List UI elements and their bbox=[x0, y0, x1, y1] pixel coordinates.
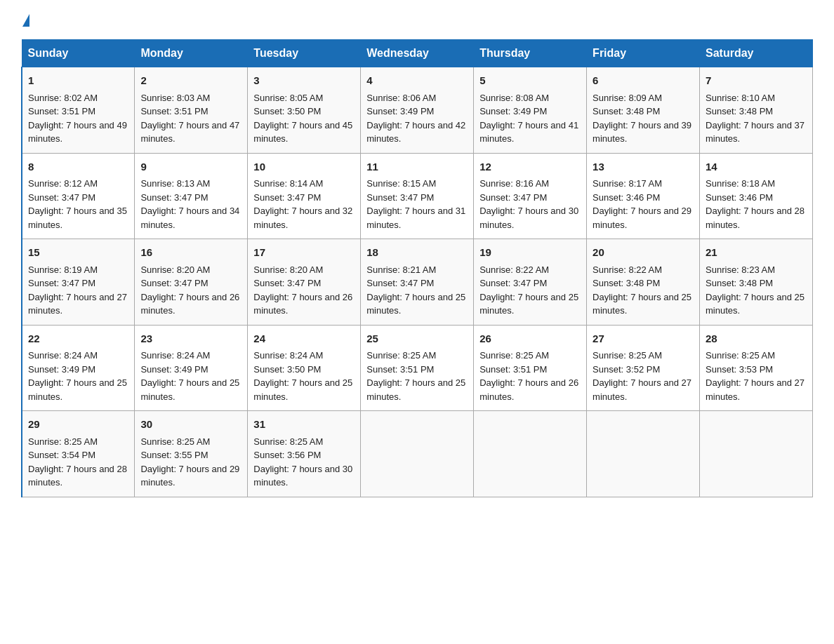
day-info: Sunrise: 8:25 AMSunset: 3:53 PMDaylight:… bbox=[706, 349, 807, 403]
day-cell-1: 1Sunrise: 8:02 AMSunset: 3:51 PMDaylight… bbox=[22, 67, 135, 154]
day-cell-29: 29Sunrise: 8:25 AMSunset: 3:54 PMDayligh… bbox=[22, 411, 135, 497]
day-cell-14: 14Sunrise: 8:18 AMSunset: 3:46 PMDayligh… bbox=[700, 153, 813, 239]
day-info: Sunrise: 8:03 AMSunset: 3:51 PMDaylight:… bbox=[140, 91, 241, 146]
day-number: 13 bbox=[593, 159, 694, 175]
day-info: Sunrise: 8:18 AMSunset: 3:46 PMDaylight:… bbox=[706, 177, 807, 232]
day-number: 20 bbox=[593, 245, 694, 261]
day-number: 4 bbox=[366, 73, 468, 89]
calendar-table: SundayMondayTuesdayWednesdayThursdayFrid… bbox=[21, 39, 813, 497]
day-number: 15 bbox=[28, 245, 128, 261]
day-number: 7 bbox=[706, 73, 807, 89]
day-info: Sunrise: 8:09 AMSunset: 3:48 PMDaylight:… bbox=[593, 91, 694, 146]
header-thursday: Thursday bbox=[474, 40, 587, 67]
day-info: Sunrise: 8:25 AMSunset: 3:56 PMDaylight:… bbox=[253, 435, 355, 490]
day-number: 28 bbox=[706, 331, 807, 347]
day-info: Sunrise: 8:19 AMSunset: 3:47 PMDaylight:… bbox=[28, 263, 128, 318]
day-number: 29 bbox=[28, 417, 128, 433]
header-tuesday: Tuesday bbox=[248, 40, 361, 67]
day-number: 19 bbox=[479, 245, 581, 261]
logo-triangle-icon bbox=[22, 14, 29, 27]
day-number: 22 bbox=[28, 331, 128, 347]
day-cell-11: 11Sunrise: 8:15 AMSunset: 3:47 PMDayligh… bbox=[361, 153, 474, 239]
day-number: 5 bbox=[479, 73, 581, 89]
day-number: 2 bbox=[140, 73, 241, 89]
day-number: 24 bbox=[253, 331, 355, 347]
day-number: 30 bbox=[140, 417, 241, 433]
day-cell-21: 21Sunrise: 8:23 AMSunset: 3:48 PMDayligh… bbox=[700, 239, 813, 326]
day-info: Sunrise: 8:25 AMSunset: 3:55 PMDaylight:… bbox=[140, 435, 241, 490]
header-sunday: Sunday bbox=[22, 40, 135, 67]
week-row-2: 8Sunrise: 8:12 AMSunset: 3:47 PMDaylight… bbox=[22, 153, 813, 239]
day-cell-8: 8Sunrise: 8:12 AMSunset: 3:47 PMDaylight… bbox=[22, 153, 135, 239]
day-cell-15: 15Sunrise: 8:19 AMSunset: 3:47 PMDayligh… bbox=[22, 239, 135, 326]
day-number: 26 bbox=[479, 331, 581, 347]
day-cell-26: 26Sunrise: 8:25 AMSunset: 3:51 PMDayligh… bbox=[474, 325, 587, 411]
day-number: 23 bbox=[140, 331, 241, 347]
day-cell-27: 27Sunrise: 8:25 AMSunset: 3:52 PMDayligh… bbox=[587, 325, 700, 411]
day-info: Sunrise: 8:08 AMSunset: 3:49 PMDaylight:… bbox=[479, 91, 581, 146]
day-number: 31 bbox=[253, 417, 355, 433]
day-cell-13: 13Sunrise: 8:17 AMSunset: 3:46 PMDayligh… bbox=[587, 153, 700, 239]
day-info: Sunrise: 8:15 AMSunset: 3:47 PMDaylight:… bbox=[366, 177, 468, 232]
empty-cell bbox=[700, 411, 813, 497]
header-saturday: Saturday bbox=[700, 40, 813, 67]
day-cell-4: 4Sunrise: 8:06 AMSunset: 3:49 PMDaylight… bbox=[361, 67, 474, 154]
week-row-3: 15Sunrise: 8:19 AMSunset: 3:47 PMDayligh… bbox=[22, 239, 813, 326]
day-number: 16 bbox=[140, 245, 241, 261]
day-number: 17 bbox=[253, 245, 355, 261]
day-cell-3: 3Sunrise: 8:05 AMSunset: 3:50 PMDaylight… bbox=[248, 67, 361, 154]
day-number: 12 bbox=[479, 159, 581, 175]
week-row-4: 22Sunrise: 8:24 AMSunset: 3:49 PMDayligh… bbox=[22, 325, 813, 411]
day-cell-31: 31Sunrise: 8:25 AMSunset: 3:56 PMDayligh… bbox=[248, 411, 361, 497]
week-row-5: 29Sunrise: 8:25 AMSunset: 3:54 PMDayligh… bbox=[22, 411, 813, 497]
day-cell-25: 25Sunrise: 8:25 AMSunset: 3:51 PMDayligh… bbox=[361, 325, 474, 411]
day-info: Sunrise: 8:17 AMSunset: 3:46 PMDaylight:… bbox=[593, 177, 694, 232]
day-cell-16: 16Sunrise: 8:20 AMSunset: 3:47 PMDayligh… bbox=[135, 239, 248, 326]
header-friday: Friday bbox=[587, 40, 700, 67]
page-header bbox=[21, 14, 813, 27]
day-info: Sunrise: 8:20 AMSunset: 3:47 PMDaylight:… bbox=[253, 263, 355, 318]
empty-cell bbox=[587, 411, 700, 497]
day-info: Sunrise: 8:24 AMSunset: 3:50 PMDaylight:… bbox=[253, 349, 355, 403]
day-info: Sunrise: 8:25 AMSunset: 3:51 PMDaylight:… bbox=[479, 349, 581, 403]
day-number: 8 bbox=[28, 159, 128, 175]
day-cell-7: 7Sunrise: 8:10 AMSunset: 3:48 PMDaylight… bbox=[700, 67, 813, 154]
day-number: 25 bbox=[366, 331, 468, 347]
day-number: 14 bbox=[706, 159, 807, 175]
day-info: Sunrise: 8:14 AMSunset: 3:47 PMDaylight:… bbox=[253, 177, 355, 232]
day-info: Sunrise: 8:25 AMSunset: 3:51 PMDaylight:… bbox=[366, 349, 468, 403]
day-info: Sunrise: 8:22 AMSunset: 3:47 PMDaylight:… bbox=[479, 263, 581, 318]
day-info: Sunrise: 8:02 AMSunset: 3:51 PMDaylight:… bbox=[28, 91, 128, 146]
logo-text bbox=[21, 14, 29, 28]
day-info: Sunrise: 8:23 AMSunset: 3:48 PMDaylight:… bbox=[706, 263, 807, 318]
day-info: Sunrise: 8:25 AMSunset: 3:52 PMDaylight:… bbox=[593, 349, 694, 403]
day-number: 21 bbox=[706, 245, 807, 261]
day-cell-6: 6Sunrise: 8:09 AMSunset: 3:48 PMDaylight… bbox=[587, 67, 700, 154]
day-cell-5: 5Sunrise: 8:08 AMSunset: 3:49 PMDaylight… bbox=[474, 67, 587, 154]
day-info: Sunrise: 8:25 AMSunset: 3:54 PMDaylight:… bbox=[28, 435, 128, 490]
day-info: Sunrise: 8:06 AMSunset: 3:49 PMDaylight:… bbox=[366, 91, 468, 146]
day-cell-30: 30Sunrise: 8:25 AMSunset: 3:55 PMDayligh… bbox=[135, 411, 248, 497]
header-monday: Monday bbox=[135, 40, 248, 67]
week-row-1: 1Sunrise: 8:02 AMSunset: 3:51 PMDaylight… bbox=[22, 67, 813, 154]
day-info: Sunrise: 8:22 AMSunset: 3:48 PMDaylight:… bbox=[593, 263, 694, 318]
day-cell-20: 20Sunrise: 8:22 AMSunset: 3:48 PMDayligh… bbox=[587, 239, 700, 326]
header-wednesday: Wednesday bbox=[361, 40, 474, 67]
day-number: 27 bbox=[593, 331, 694, 347]
day-cell-28: 28Sunrise: 8:25 AMSunset: 3:53 PMDayligh… bbox=[700, 325, 813, 411]
day-number: 9 bbox=[140, 159, 241, 175]
day-info: Sunrise: 8:13 AMSunset: 3:47 PMDaylight:… bbox=[140, 177, 241, 232]
day-number: 3 bbox=[253, 73, 355, 89]
day-cell-22: 22Sunrise: 8:24 AMSunset: 3:49 PMDayligh… bbox=[22, 325, 135, 411]
day-cell-9: 9Sunrise: 8:13 AMSunset: 3:47 PMDaylight… bbox=[135, 153, 248, 239]
day-number: 1 bbox=[28, 73, 128, 89]
empty-cell bbox=[361, 411, 474, 497]
day-cell-12: 12Sunrise: 8:16 AMSunset: 3:47 PMDayligh… bbox=[474, 153, 587, 239]
day-number: 18 bbox=[366, 245, 468, 261]
day-info: Sunrise: 8:12 AMSunset: 3:47 PMDaylight:… bbox=[28, 177, 128, 232]
day-cell-10: 10Sunrise: 8:14 AMSunset: 3:47 PMDayligh… bbox=[248, 153, 361, 239]
day-info: Sunrise: 8:20 AMSunset: 3:47 PMDaylight:… bbox=[140, 263, 241, 318]
day-info: Sunrise: 8:24 AMSunset: 3:49 PMDaylight:… bbox=[28, 349, 128, 403]
day-cell-2: 2Sunrise: 8:03 AMSunset: 3:51 PMDaylight… bbox=[135, 67, 248, 154]
day-info: Sunrise: 8:10 AMSunset: 3:48 PMDaylight:… bbox=[706, 91, 807, 146]
